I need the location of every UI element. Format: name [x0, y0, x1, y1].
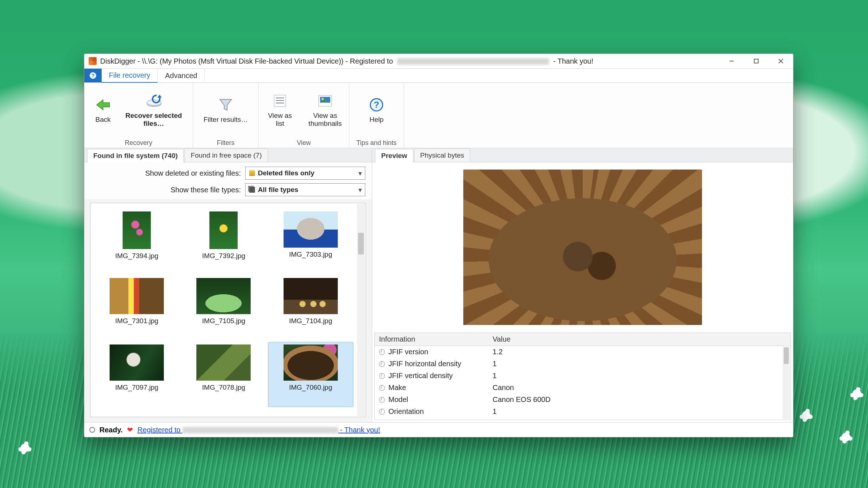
thumbnail-image [284, 344, 338, 381]
preview-pane: Preview Physical bytes Information Value… [372, 148, 793, 422]
view-as-thumbnails-button[interactable]: View as thumbnails [301, 89, 349, 131]
maximize-button[interactable] [744, 54, 769, 68]
thumbnail-image [284, 211, 338, 248]
svg-text:?: ? [92, 73, 95, 78]
app-window: DiskDigger - \\.\G: (My Photos (Msft Vir… [84, 53, 793, 437]
tab-physical-bytes[interactable]: Physical bytes [414, 149, 470, 162]
chevron-down-icon: ▾ [358, 186, 362, 194]
info-row[interactable]: JFIF vertical density1 [375, 370, 791, 382]
recover-disk-icon [146, 93, 162, 109]
thumbnail-image [284, 278, 338, 314]
filter-results-button[interactable]: Filter results… [196, 93, 255, 127]
thumbnail-item[interactable]: IMG_7060.jpg [268, 342, 353, 407]
registered-link[interactable]: Registered to - Thank you! [137, 426, 380, 434]
thumbnail-item[interactable]: IMG_7105.jpg [181, 275, 266, 341]
thumbnail-filename: IMG_7097.jpg [115, 384, 158, 391]
preview-image-area [374, 164, 791, 330]
thumbnail-icon [317, 93, 333, 109]
info-row[interactable]: ModelCanon EOS 600D [375, 394, 791, 406]
thumbnail-item[interactable]: IMG_7301.jpg [94, 275, 179, 341]
info-row[interactable]: JFIF version1.2 [375, 346, 791, 358]
info-icon [379, 385, 385, 391]
thumbnail-image [110, 278, 164, 314]
tab-advanced[interactable]: Advanced [158, 69, 205, 82]
thumbnail-image [196, 278, 251, 314]
results-pane: Found in file system (740) Found in free… [84, 148, 372, 422]
folder-icon [249, 170, 255, 176]
minimize-icon [729, 58, 735, 64]
info-icon [379, 361, 385, 367]
info-header-key[interactable]: Information [375, 333, 488, 346]
info-header-value[interactable]: Value [488, 333, 673, 346]
info-row[interactable]: JFIF horizontal density1 [375, 358, 791, 370]
thumbnail-filename: IMG_7104.jpg [289, 317, 332, 325]
filter-types-label: Show these file types: [170, 186, 241, 194]
svg-marker-9 [157, 95, 162, 98]
view-as-list-button[interactable]: View as list [259, 89, 301, 131]
tab-found-filesystem[interactable]: Found in file system (740) [87, 149, 184, 162]
preview-image [463, 170, 702, 325]
status-indicator-icon [89, 427, 95, 433]
thumbnail-filename: IMG_7301.jpg [115, 317, 158, 325]
help-icon: ? [369, 97, 384, 113]
files-icon [249, 187, 255, 193]
thumbnail-grid[interactable]: IMG_7394.jpgIMG_7392.jpgIMG_7303.jpgIMG_… [90, 203, 357, 417]
thumbnail-filename: IMG_7392.jpg [202, 252, 245, 260]
maximize-icon [754, 59, 759, 64]
ribbon-group-recovery: Recovery [84, 138, 193, 148]
svg-point-17 [322, 98, 324, 100]
info-scrollbar[interactable] [783, 345, 790, 419]
thumbnail-filename: IMG_7060.jpg [289, 384, 332, 391]
svg-text:?: ? [374, 100, 379, 110]
thumbnail-image [123, 211, 151, 249]
info-icon [379, 349, 385, 355]
thumbnail-image [196, 344, 251, 381]
thumbnail-filename: IMG_7303.jpg [289, 251, 332, 258]
ribbon-group-tips: Tips and hints [349, 138, 404, 148]
help-button[interactable]: ? Help [361, 93, 392, 127]
back-arrow-icon [95, 97, 111, 113]
grid-scrollbar[interactable] [357, 204, 365, 416]
thumbnail-image [110, 344, 164, 381]
window-title: DiskDigger - \\.\G: (My Photos (Msft Vir… [100, 57, 593, 65]
thumbnail-item[interactable]: IMG_7097.jpg [94, 342, 179, 407]
thumbnail-item[interactable]: IMG_7078.jpg [181, 342, 266, 407]
app-icon [89, 57, 97, 65]
help-tab-icon[interactable]: ? [84, 69, 102, 82]
info-row[interactable]: MakeCanon [375, 382, 791, 394]
close-button[interactable] [769, 54, 793, 68]
info-row[interactable]: Orientation1 [375, 406, 791, 418]
info-icon [379, 409, 385, 415]
tab-preview[interactable]: Preview [375, 149, 413, 162]
thumbnail-item[interactable]: IMG_7303.jpg [268, 209, 353, 274]
filter-types-combo[interactable]: All file types ▾ [245, 183, 365, 196]
filter-deleted-label: Show deleted or existing files: [145, 169, 241, 177]
tab-found-free-space[interactable]: Found in free space (7) [184, 149, 268, 162]
info-icon [379, 397, 385, 403]
close-icon [778, 58, 784, 64]
thumbnail-filename: IMG_7105.jpg [202, 317, 245, 325]
status-bar: Ready. ❤ Registered to - Thank you! [84, 422, 793, 437]
thumbnail-item[interactable]: IMG_7394.jpg [94, 209, 179, 274]
heart-icon: ❤ [127, 425, 133, 434]
back-button[interactable]: Back [88, 93, 118, 127]
tab-file-recovery[interactable]: File recovery [102, 69, 158, 83]
filter-deleted-combo[interactable]: Deleted files only ▾ [245, 167, 365, 180]
thumbnail-item[interactable]: IMG_7392.jpg [181, 209, 266, 274]
ribbon-group-filters: Filters [193, 138, 258, 148]
minimize-button[interactable] [719, 54, 744, 68]
status-ready: Ready. [99, 426, 123, 434]
thumbnail-filename: IMG_7394.jpg [115, 252, 158, 260]
ribbon-group-view: View [259, 138, 349, 148]
question-circle-icon: ? [89, 72, 97, 79]
svg-marker-6 [97, 100, 110, 110]
ribbon: Back Recover selected files… Recovery Fi… [84, 83, 793, 148]
info-table: Information Value JFIF version1.2JFIF ho… [374, 333, 791, 420]
thumbnail-filename: IMG_7078.jpg [202, 384, 245, 391]
svg-marker-10 [220, 99, 231, 110]
recover-selected-button[interactable]: Recover selected files… [118, 89, 189, 131]
thumbnail-image [209, 211, 238, 249]
titlebar[interactable]: DiskDigger - \\.\G: (My Photos (Msft Vir… [84, 54, 793, 69]
thumbnail-item[interactable]: IMG_7104.jpg [268, 275, 353, 341]
list-icon [272, 93, 288, 109]
